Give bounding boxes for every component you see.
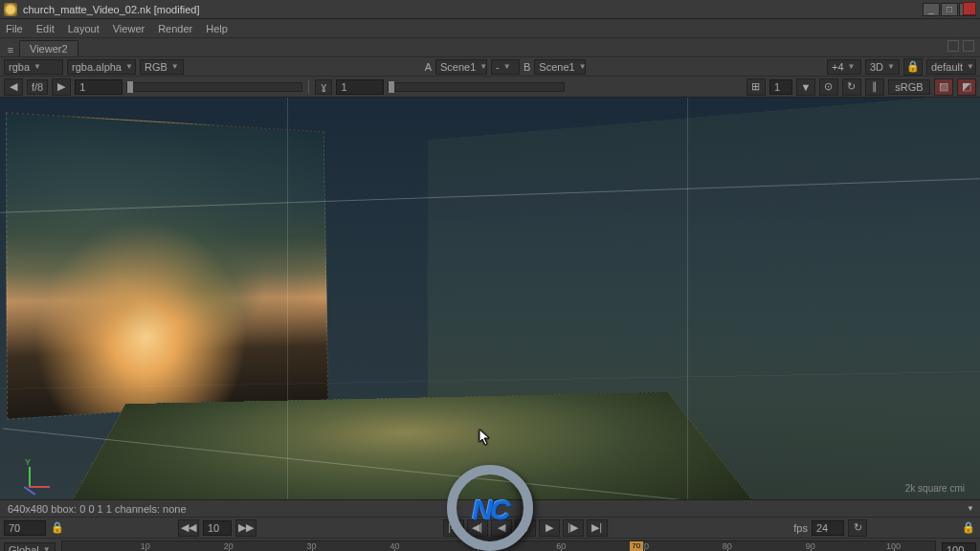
prev-frame-icon[interactable]: ◀ <box>4 78 23 96</box>
tick-label: 30 <box>307 541 317 551</box>
tabbar: ≡ Viewer2 <box>0 38 980 57</box>
close-panel-icon[interactable] <box>963 40 974 52</box>
viewport-info: 2k square cmi <box>905 483 965 494</box>
lock-in-icon[interactable]: 🔒 <box>50 520 65 536</box>
viewer-toolbar-2: ◀ f/8 ▶ 1 ɣ 1 ⊞ 1 ▼ ⊙ ↻ ∥ sRGB ▨ ◩ <box>0 77 980 98</box>
wipe-toggle-icon[interactable]: ◩ <box>957 78 976 96</box>
menu-viewer[interactable]: Viewer <box>113 23 145 34</box>
axis-y <box>29 467 31 488</box>
skip-forward-button[interactable]: ▶▶ <box>235 519 256 537</box>
tick-label: 90 <box>806 541 815 551</box>
tick-label: 10 <box>141 541 150 551</box>
stop-button[interactable]: ■ <box>515 519 536 537</box>
chevron-down-icon: ▼ <box>503 62 511 71</box>
menu-layout[interactable]: Layout <box>68 23 100 34</box>
chevron-down-icon: ▼ <box>43 545 51 551</box>
menubar: File Edit Layout Viewer Render Help <box>0 19 980 38</box>
chevron-down-icon: ▼ <box>171 62 179 71</box>
a-buffer-value: Scene1 <box>440 61 476 73</box>
menu-help[interactable]: Help <box>206 23 228 34</box>
tab-viewer2[interactable]: Viewer2 <box>19 40 78 56</box>
wipe-mode-dropdown[interactable]: -▼ <box>491 59 520 75</box>
lock-out-icon[interactable]: 🔒 <box>961 520 976 536</box>
tick-label: 60 <box>556 541 566 551</box>
tick-label: 40 <box>390 541 399 551</box>
pause-icon[interactable]: ∥ <box>865 78 884 96</box>
gain-field[interactable]: 1 <box>75 79 122 95</box>
viewer-toolbar-1: rgba▼ rgba.alpha▼ RGB▼ A Scene1▼ -▼ B Sc… <box>0 57 980 77</box>
timeline-ruler[interactable]: 70 102030405060708090100 <box>61 540 936 552</box>
b-buffer-dropdown[interactable]: Scene1▼ <box>534 59 586 75</box>
play-backward-button[interactable]: ◀ <box>491 519 512 537</box>
gain-slider[interactable] <box>126 82 302 92</box>
frame-in-field[interactable]: 70 <box>4 520 46 536</box>
clip-warning-icon[interactable]: ⊞ <box>746 78 766 96</box>
channel-dropdown[interactable]: rgba.alpha▼ <box>67 59 136 75</box>
view-mode-dropdown[interactable]: 3D▼ <box>865 59 900 75</box>
zoom-dropdown[interactable]: +4▼ <box>827 59 861 75</box>
playback-bar: 70 🔒 ◀◀ 10 ▶▶ |◀ ◀| ◀ ■ ▶ |▶ ▶| fps 24 ↻… <box>0 517 980 538</box>
minimize-button[interactable]: _ <box>923 3 940 16</box>
chevron-down-icon[interactable]: ▼ <box>967 504 974 513</box>
channel-label: rgba.alpha <box>72 61 122 73</box>
viewport-3d[interactable]: Y 2k square cmi <box>0 98 980 499</box>
menu-file[interactable]: File <box>6 23 23 34</box>
chevron-down-icon: ▼ <box>579 62 587 71</box>
titlebar: church_matte_Video_02.nk [modified] _ □ … <box>0 0 980 19</box>
roi-icon[interactable]: ⊙ <box>819 78 838 96</box>
frame-step-field[interactable]: 10 <box>203 520 232 536</box>
first-frame-button[interactable]: |◀ <box>443 519 464 537</box>
skip-back-button[interactable]: ◀◀ <box>178 519 199 537</box>
last-frame-button[interactable]: ▶| <box>587 519 608 537</box>
sky-card <box>6 112 328 420</box>
proxy-field[interactable]: 1 <box>769 79 792 95</box>
overlay-toggle-icon[interactable]: ▨ <box>934 78 953 96</box>
refresh-icon[interactable]: ↻ <box>842 78 861 96</box>
bbox-edge <box>687 98 688 499</box>
gamma-field[interactable]: 1 <box>336 79 384 95</box>
camera-lock-icon[interactable]: 🔒 <box>903 58 923 76</box>
axis-gizmo: Y <box>19 459 48 488</box>
srgb-button[interactable]: sRGB <box>888 79 930 95</box>
menu-render[interactable]: Render <box>158 23 192 34</box>
wipe-label: - <box>496 61 500 73</box>
window-title: church_matte_Video_02.nk [modified] <box>23 4 923 15</box>
frame-out-field[interactable]: 100 <box>942 542 976 552</box>
next-key-button[interactable]: |▶ <box>563 519 584 537</box>
tick-label: 50 <box>473 541 482 551</box>
frame-out-indicator[interactable] <box>963 2 976 15</box>
maximize-button[interactable]: □ <box>941 3 958 16</box>
loop-mode-icon[interactable]: ↻ <box>848 519 867 537</box>
panel-menu-icon[interactable]: ≡ <box>4 43 17 56</box>
a-buffer-dropdown[interactable]: Scene1▼ <box>435 59 487 75</box>
float-panel-icon[interactable] <box>947 40 959 52</box>
play-forward-button[interactable]: ▶ <box>539 519 560 537</box>
timeline-bar: Global▼ 70 102030405060708090100 100 <box>0 538 980 551</box>
axis-y-label: Y <box>25 457 31 467</box>
axis-x <box>29 486 50 488</box>
statusbar: 640x480 bbox: 0 0 1 1 channels: none ▼ <box>0 499 980 517</box>
gamma-slider[interactable] <box>388 82 564 92</box>
chevron-down-icon: ▼ <box>967 62 974 71</box>
colorspace-label: RGB <box>145 61 167 73</box>
prev-key-button[interactable]: ◀| <box>467 519 488 537</box>
colorspace-dropdown[interactable]: RGB▼ <box>140 59 184 75</box>
menu-edit[interactable]: Edit <box>36 23 55 34</box>
chevron-down-icon: ▼ <box>848 62 856 71</box>
app-icon <box>4 3 17 16</box>
fps-label: fps <box>793 522 808 534</box>
fps-field[interactable]: 24 <box>812 520 844 536</box>
gamma-label: ɣ <box>315 79 332 95</box>
layer-label: rgba <box>9 61 30 73</box>
tick-label: 70 <box>639 541 649 551</box>
b-buffer-label: B <box>523 61 530 73</box>
next-frame-icon[interactable]: ▶ <box>52 78 71 96</box>
lut-label: default <box>931 61 963 73</box>
b-buffer-value: Scene1 <box>539 61 574 73</box>
proxy-toggle-icon[interactable]: ▼ <box>796 78 815 96</box>
chevron-down-icon: ▼ <box>887 62 895 71</box>
status-text: 640x480 bbox: 0 0 1 1 channels: none <box>8 503 187 515</box>
lut-dropdown[interactable]: default▼ <box>926 59 976 75</box>
layer-dropdown[interactable]: rgba▼ <box>4 59 63 75</box>
scope-dropdown[interactable]: Global▼ <box>4 542 56 552</box>
